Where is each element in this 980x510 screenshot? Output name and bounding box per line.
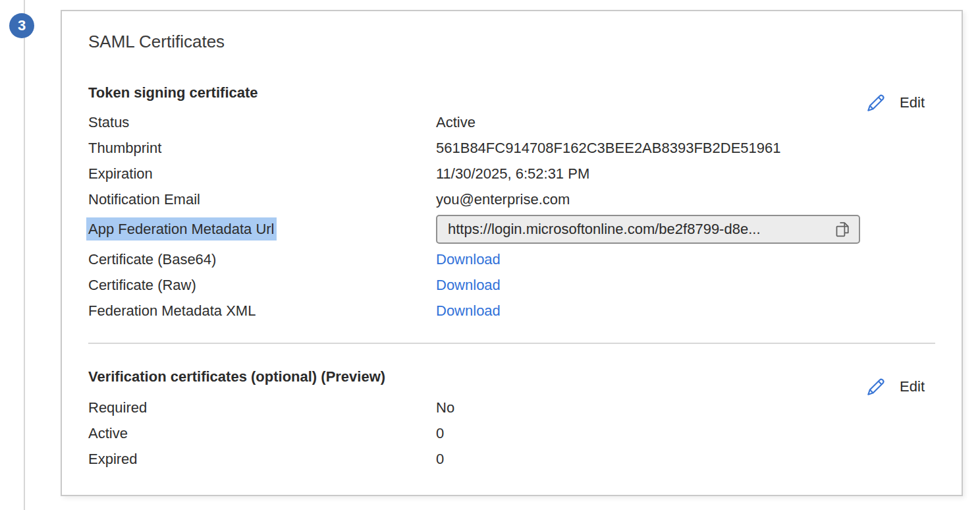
verification-rows: Required No Active 0 Expired 0 [88, 395, 935, 472]
required-label: Required [88, 399, 436, 416]
edit-token-signing-button[interactable]: Edit [865, 92, 925, 113]
copy-icon [833, 219, 852, 239]
section-divider [88, 343, 935, 344]
edit-button-label: Edit [900, 94, 925, 111]
download-certificate-base64-link[interactable]: Download [436, 251, 501, 268]
expiration-value: 11/30/2025, 6:52:31 PM [436, 165, 589, 183]
expiration-label: Expiration [88, 165, 436, 183]
table-row-thumbprint: Thumbprint 561B84FC914708F162C3BEE2AB839… [88, 135, 935, 161]
app-federation-metadata-url-label: App Federation Metadata Url [88, 221, 436, 238]
notification-email-value: you@enterprise.com [436, 191, 570, 208]
saml-certificates-card: SAML Certificates Token signing certific… [61, 10, 963, 496]
pencil-icon [865, 92, 887, 113]
app-federation-metadata-url-value: https://login.microsoftonline.com/be2f87… [448, 221, 832, 238]
expired-count-label: Expired [88, 451, 436, 468]
table-row-expired-count: Expired 0 [88, 446, 935, 472]
app-federation-metadata-url-input[interactable]: https://login.microsoftonline.com/be2f87… [436, 215, 860, 244]
download-certificate-raw-link[interactable]: Download [436, 277, 501, 294]
table-row-federation-metadata-xml: Federation Metadata XML Download [88, 298, 935, 324]
step-number-badge: 3 [9, 13, 34, 38]
notification-email-label: Notification Email [88, 191, 436, 208]
token-signing-rows: Status Active Thumbprint 561B84FC914708F… [88, 109, 935, 324]
card-title: SAML Certificates [88, 32, 935, 51]
table-row-required: Required No [88, 395, 935, 420]
table-row-notification-email: Notification Email you@enterprise.com [88, 186, 935, 212]
active-count-value: 0 [436, 425, 444, 442]
edit-verification-certificates-button[interactable]: Edit [865, 376, 925, 397]
edit-button-label: Edit [900, 378, 925, 395]
certificate-raw-label: Certificate (Raw) [88, 277, 436, 294]
status-label: Status [88, 114, 436, 131]
expired-count-value: 0 [436, 451, 444, 468]
token-signing-heading: Token signing certificate [88, 84, 935, 101]
thumbprint-label: Thumbprint [88, 140, 436, 157]
step-number: 3 [18, 17, 26, 34]
active-count-label: Active [88, 425, 436, 442]
table-row-app-federation-metadata-url: App Federation Metadata Url https://logi… [88, 212, 935, 246]
table-row-expiration: Expiration 11/30/2025, 6:52:31 PM [88, 161, 935, 186]
status-value: Active [436, 114, 476, 131]
table-row-status: Status Active [88, 109, 935, 135]
federation-metadata-xml-label: Federation Metadata XML [88, 302, 436, 320]
step-rail [24, 0, 25, 510]
required-value: No [436, 399, 454, 416]
download-federation-metadata-xml-link[interactable]: Download [436, 302, 501, 320]
token-signing-section-header: Token signing certificate Edit [88, 84, 935, 101]
copy-url-button[interactable] [832, 219, 852, 240]
table-row-active-count: Active 0 [88, 420, 935, 446]
pencil-icon [865, 376, 887, 397]
certificate-base64-label: Certificate (Base64) [88, 251, 436, 268]
verification-section-header: Verification certificates (optional) (Pr… [88, 368, 935, 385]
thumbprint-value: 561B84FC914708F162C3BEE2AB8393FB2DE51961 [436, 140, 781, 157]
table-row-certificate-base64: Certificate (Base64) Download [88, 246, 935, 272]
table-row-certificate-raw: Certificate (Raw) Download [88, 272, 935, 298]
selected-text-highlight: App Federation Metadata Url [86, 217, 277, 241]
verification-certificates-heading: Verification certificates (optional) (Pr… [88, 368, 935, 385]
